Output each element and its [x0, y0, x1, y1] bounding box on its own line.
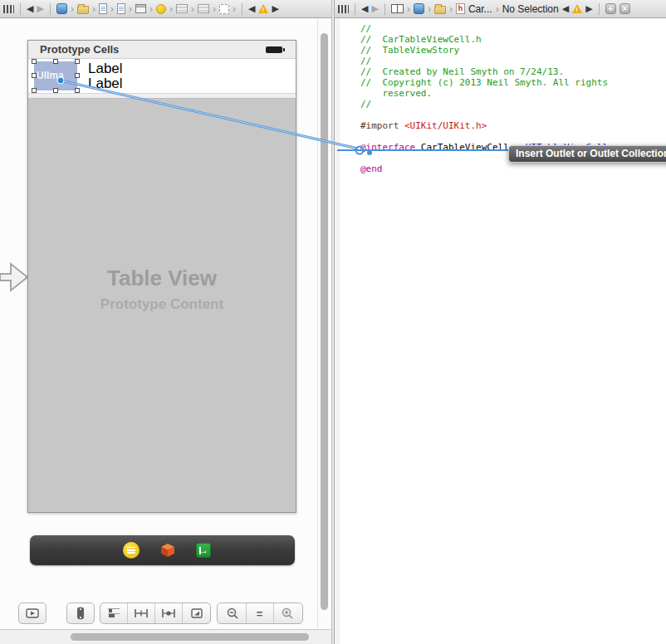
zoom-out-icon — [227, 607, 238, 619]
divider — [20, 3, 21, 15]
code-line[interactable]: // Copyright (c) 2013 Neil Smyth. All ri… — [360, 77, 608, 88]
forward-button[interactable]: ▶ — [371, 4, 378, 13]
canvas-horizontal-scrollbar[interactable] — [0, 629, 331, 644]
issue-forward-button[interactable]: ▶ — [272, 4, 278, 13]
header-file-icon[interactable]: h — [456, 3, 465, 14]
table-view-body[interactable]: Table View Prototype Content — [28, 100, 296, 512]
table-view-breadcrumb-icon[interactable] — [176, 4, 188, 13]
counterparts-icon[interactable] — [391, 4, 404, 13]
selection-handle[interactable] — [53, 88, 58, 93]
code-segment: // Copyright (c) 2013 Neil Smyth. All ri… — [360, 77, 608, 88]
zoom-reset-icon: = — [257, 607, 263, 620]
code-line[interactable]: // — [360, 56, 608, 66]
issue-forward-button[interactable]: ▶ — [585, 4, 592, 13]
chevron-icon: › — [428, 3, 431, 15]
close-assistant-editor-button[interactable]: × — [619, 3, 630, 14]
file-breadcrumb[interactable]: Car... — [468, 3, 492, 15]
pin-button[interactable] — [128, 603, 155, 623]
table-view-subtitle: Prototype Content — [28, 296, 296, 313]
document-outline-toggle-button[interactable] — [18, 603, 47, 624]
selection-breadcrumb[interactable]: No Selection — [502, 3, 559, 15]
document-breadcrumb-icon[interactable] — [99, 3, 107, 14]
code-segment: // — [360, 99, 371, 110]
code-line[interactable]: reserved. — [360, 88, 608, 99]
view-controller-breadcrumb-icon[interactable] — [156, 4, 166, 14]
code-line[interactable]: #import <UIKit/UIKit.h> — [360, 120, 608, 131]
code-line[interactable] — [360, 131, 608, 142]
table-view-controller-scene[interactable]: Prototype Cells UIIma Label Label Table … — [27, 40, 296, 513]
first-responder-cube-icon[interactable] — [160, 543, 175, 558]
divider — [599, 3, 600, 15]
resolve-issues-button[interactable] — [183, 603, 210, 623]
forward-button[interactable]: ▶ — [37, 4, 43, 13]
code-line[interactable]: // Created by Neil Smyth on 7/24/13. — [360, 66, 608, 77]
center-constraint-button[interactable] — [155, 603, 183, 623]
related-items-icon[interactable] — [338, 5, 349, 13]
warning-icon[interactable]: ! — [572, 4, 582, 13]
window-breadcrumb-icon[interactable] — [135, 4, 146, 13]
code-line[interactable]: // — [360, 99, 608, 110]
code-segment: <UIKit/UIKit.h> — [404, 120, 487, 131]
warning-icon[interactable]: ! — [258, 4, 268, 13]
selection-handle[interactable] — [53, 59, 58, 64]
divider — [50, 3, 51, 15]
table-view-controller-dock-icon[interactable] — [123, 542, 140, 559]
storyboard-breadcrumb-icon[interactable] — [56, 3, 67, 14]
selection-handle[interactable] — [75, 59, 80, 64]
code-segment: #import — [360, 120, 404, 131]
selection-handle[interactable] — [75, 88, 80, 93]
prototype-cell[interactable]: UIIma Label Label — [28, 59, 296, 94]
code-segment: // Created by Neil Smyth on 7/24/13. — [360, 66, 564, 77]
device-icon — [76, 607, 85, 620]
issue-back-button[interactable]: ◀ — [248, 4, 255, 13]
folder-breadcrumb-icon[interactable] — [434, 6, 446, 14]
project-breadcrumb-icon[interactable] — [414, 3, 424, 14]
interface-builder-canvas[interactable]: Prototype Cells UIIma Label Label Table … — [0, 18, 331, 629]
table-view-title: Table View — [28, 266, 296, 291]
canvas-vertical-scrollbar[interactable] — [317, 18, 331, 629]
chevron-icon: › — [449, 3, 453, 15]
cell-separator — [28, 94, 296, 99]
prototype-cells-label: Prototype Cells — [40, 43, 119, 56]
issue-back-button[interactable]: ◀ — [562, 4, 569, 13]
cell-label[interactable]: Label — [88, 76, 123, 91]
chevron-icon: › — [71, 3, 74, 15]
align-button[interactable] — [100, 603, 128, 623]
add-assistant-editor-button[interactable]: + — [605, 3, 616, 14]
initial-view-controller-arrow-icon[interactable] — [0, 259, 30, 295]
zoom-reset-button[interactable]: = — [247, 603, 274, 623]
chevron-icon: › — [407, 3, 410, 15]
code-line[interactable]: // — [360, 23, 608, 34]
content-view-breadcrumb-icon[interactable] — [219, 4, 229, 14]
form-factor-toggle-button[interactable] — [66, 603, 95, 624]
chevron-icon: › — [233, 3, 236, 15]
back-button[interactable]: ◀ — [361, 4, 368, 13]
code-line[interactable]: // TableViewStory — [360, 45, 608, 56]
back-button[interactable]: ◀ — [27, 4, 33, 13]
battery-icon — [266, 46, 282, 53]
related-items-icon[interactable] — [3, 5, 14, 13]
zoom-out-button[interactable] — [219, 603, 247, 623]
code-line[interactable] — [360, 110, 608, 120]
table-cell-breadcrumb-icon[interactable] — [198, 4, 209, 13]
zoom-in-icon — [282, 607, 293, 619]
assistant-editor[interactable]: //// CarTableViewCell.h// TableViewStory… — [335, 18, 666, 644]
chevron-icon: › — [110, 3, 114, 15]
horizontal-scrollbar-thumb[interactable] — [71, 633, 309, 641]
image-view[interactable]: UIIma — [34, 61, 77, 90]
selection-handle[interactable] — [32, 88, 37, 93]
selection-handle[interactable] — [32, 73, 37, 78]
code-line[interactable]: // CarTableViewCell.h — [360, 34, 608, 45]
zoom-in-button[interactable] — [274, 603, 301, 623]
document-breadcrumb-icon[interactable] — [117, 3, 125, 14]
vertical-scrollbar-thumb[interactable] — [321, 33, 328, 610]
folder-breadcrumb-icon[interactable] — [77, 6, 89, 14]
code-line[interactable]: @end — [360, 163, 608, 174]
selection-handle[interactable] — [75, 73, 80, 78]
exit-segue-icon[interactable]: → — [196, 543, 211, 558]
chevron-icon: › — [191, 3, 194, 15]
assistant-jump-bar: ◀ ▶ › › › h Car... › No Selection ◀ ! ▶ … — [335, 0, 666, 18]
insert-outlet-tooltip: Insert Outlet or Outlet Collection — [508, 145, 666, 163]
selection-handle[interactable] — [32, 59, 37, 64]
cell-label[interactable]: Label — [88, 61, 123, 76]
